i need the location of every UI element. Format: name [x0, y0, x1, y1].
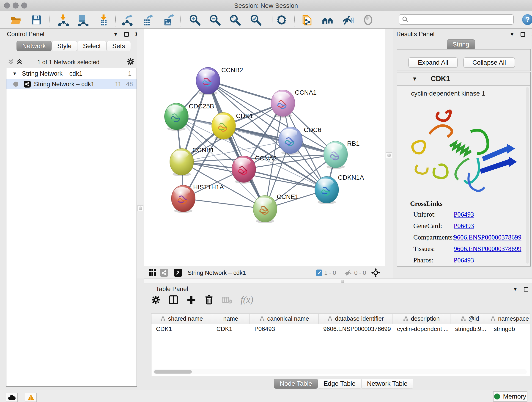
memory-button[interactable]: Memory [493, 391, 527, 402]
section-collapse-caret-icon[interactable]: ▼ [412, 76, 418, 82]
table-row[interactable]: CDK1CDK1P064939606.ENSP00000378699cyclin… [152, 324, 530, 334]
network-node-CCNE1[interactable] [253, 196, 277, 223]
table-tab-network-table[interactable]: Network Table [361, 379, 413, 389]
tree-expand-icon[interactable]: ▼ [12, 71, 17, 76]
column-header-database-identifier[interactable]: database identifier [319, 314, 393, 324]
results-tab-string[interactable]: String [447, 39, 475, 50]
panel-float-icon[interactable] [524, 287, 528, 292]
fit-selected-crosshair-icon[interactable] [371, 268, 380, 277]
open-in-window-icon[interactable] [174, 269, 182, 277]
column-header-namespace[interactable]: namespace [489, 314, 530, 324]
selected-items-checkbox[interactable] [316, 269, 322, 276]
network-node-CDKN1A[interactable] [315, 177, 339, 204]
network-node-CDC25B[interactable] [165, 103, 188, 131]
network-node-CCNB1[interactable] [170, 148, 194, 176]
table-cell[interactable]: CDK1 [152, 324, 212, 334]
import-network-button[interactable] [57, 14, 69, 26]
control-panel-tab-network[interactable]: Network [17, 41, 51, 51]
gene-section-header[interactable]: ▼ CDK1 [397, 72, 530, 86]
splitter-handle[interactable] [138, 205, 143, 211]
crosslink-link[interactable]: 9606.ENSP00000378699 [454, 245, 521, 253]
table-cell[interactable]: stringdb:9... [450, 324, 489, 334]
refresh-button[interactable] [275, 14, 288, 26]
table-tab-edge-table[interactable]: Edge Table [318, 379, 361, 389]
table-horizontal-scrollbar[interactable] [153, 369, 527, 374]
table-cell[interactable]: P06493 [250, 324, 319, 334]
splitter-handle[interactable] [341, 280, 344, 283]
panel-float-icon[interactable] [520, 32, 525, 37]
table-cell[interactable]: CDK1 [212, 324, 250, 334]
node-label-CCNB1: CCNB1 [192, 147, 214, 153]
grid-view-icon[interactable] [148, 269, 156, 277]
import-network-from-database-button[interactable] [76, 14, 89, 26]
save-icon [31, 14, 42, 26]
table-cell[interactable]: 9606.ENSP00000378699 [319, 324, 393, 334]
collapse-all-button[interactable]: Collapse All [463, 57, 515, 68]
splitter-handle[interactable] [386, 153, 392, 158]
zoom-selected-button[interactable] [249, 14, 262, 26]
crosslink-link[interactable]: P06493 [454, 222, 474, 230]
network-birdseye-icon[interactable] [160, 269, 168, 277]
right-pane-splitter[interactable] [385, 29, 393, 279]
network-view-canvas[interactable]: CCNB2CCNA1CDC25BCDK1CDC6RB1CCNB1CCNA2CDK… [144, 29, 385, 267]
scrollbar-thumb[interactable] [154, 370, 192, 374]
open-session-button[interactable] [10, 14, 22, 26]
network-node-CCNA1[interactable] [271, 90, 295, 118]
network-edge[interactable] [183, 198, 265, 209]
table-cell[interactable]: stringdb [489, 324, 530, 334]
show-columns-icon[interactable] [169, 295, 178, 305]
horizontal-pane-splitter[interactable] [144, 279, 532, 284]
network-node-CDK1[interactable] [212, 113, 235, 140]
zoom-in-button[interactable] [189, 14, 201, 26]
network-node-HIST1H1A[interactable] [171, 185, 195, 213]
help-button[interactable]: ? [522, 14, 532, 25]
export-network-button[interactable] [121, 14, 134, 26]
table-tab-node-table[interactable]: Node Table [274, 379, 318, 389]
zoom-out-button[interactable] [209, 14, 221, 26]
panel-close-icon[interactable]: ✖ [531, 31, 532, 38]
panel-menu-caret-icon[interactable]: ▼ [510, 32, 515, 37]
network-row[interactable]: String Network – cdk1 11 48 [6, 79, 137, 89]
control-panel-tab-select[interactable]: Select [77, 41, 107, 51]
panel-menu-caret-icon[interactable]: ▼ [113, 32, 118, 37]
export-table-button[interactable] [142, 14, 154, 26]
home-networks-button[interactable] [322, 14, 334, 26]
panel-menu-caret-icon[interactable]: ▼ [513, 286, 518, 292]
table-settings-gear-icon[interactable] [151, 295, 160, 304]
export-image-button[interactable] [162, 14, 175, 26]
results-scrollbar[interactable] [526, 87, 529, 264]
cloud-status-button[interactable] [6, 393, 18, 402]
control-panel-tab-style[interactable]: Style [51, 41, 77, 51]
add-column-plus-icon[interactable] [186, 295, 196, 305]
hide-unhide-button[interactable] [342, 14, 354, 26]
network-node-CDC6[interactable] [279, 127, 302, 155]
search-input[interactable] [409, 16, 507, 23]
column-header-name[interactable]: name [212, 314, 250, 324]
network-node-RB1[interactable] [324, 141, 348, 169]
column-header-description[interactable]: description [393, 314, 451, 324]
left-pane-splitter[interactable] [137, 29, 144, 279]
save-session-button[interactable] [30, 14, 43, 26]
crosslink-link[interactable]: 9606.ENSP00000378699 [454, 234, 521, 241]
column-header-canonical-name[interactable]: canonical name [250, 314, 319, 324]
table-cell[interactable]: cyclin-dependent ... [393, 324, 451, 334]
function-builder-fx-icon[interactable]: f(x) [241, 294, 253, 305]
column-header-shared-name[interactable]: shared name [152, 314, 212, 324]
crosslink-link[interactable]: P06493 [454, 256, 474, 264]
warnings-button[interactable] [25, 393, 37, 402]
column-header--id[interactable]: @id [450, 314, 489, 324]
control-panel-tab-sets[interactable]: Sets [107, 41, 131, 51]
gear-icon[interactable] [127, 57, 135, 66]
show-graphics-details-button[interactable] [362, 14, 374, 26]
expand-all-button[interactable]: Expand All [408, 57, 458, 68]
zoom-fit-button[interactable] [229, 14, 241, 26]
control-panel-tabs: NetworkStyleSelectSets [17, 41, 131, 51]
string-network-graph[interactable]: CCNB2CCNA1CDC25BCDK1CDC6RB1CCNB1CCNA2CDK… [144, 29, 385, 267]
delete-table-icon[interactable] [222, 295, 232, 304]
import-table-button[interactable] [97, 14, 110, 26]
network-collection-row[interactable]: ▼ String Network – cdk1 1 [6, 68, 137, 79]
crosslink-link[interactable]: P06493 [454, 211, 474, 218]
panel-float-icon[interactable] [124, 32, 129, 37]
share-document-button[interactable] [301, 14, 313, 26]
delete-column-trash-icon[interactable] [204, 295, 214, 305]
